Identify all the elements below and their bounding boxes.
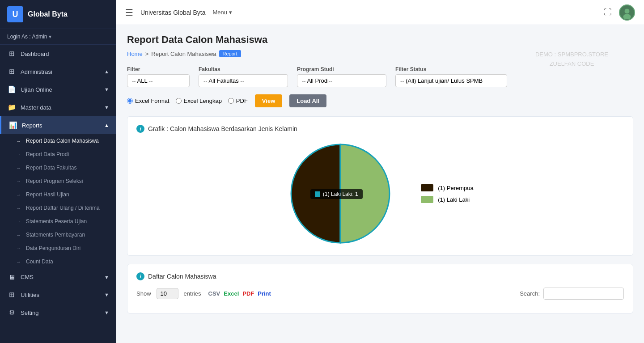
legend-item-laki-laki: (1) Laki Laki [421,196,473,203]
filter-label: Filter [127,66,190,72]
sidebar-navigation: ⊞ Dashboard ⊞ Administrasi ▲ 📄 Ujian Onl… [0,45,116,343]
sidebar-item-label: Reports [22,122,42,129]
sidebar-logo: U Global Byta [0,0,116,29]
radio-group: Excel Format Excel Lengkap PDF [127,97,248,104]
pie-tooltip: (1) Laki Laki: 1 [310,189,363,199]
breadcrumb: Home > Report Calon Mahasiswa Report [127,50,633,57]
sidebar-item-label: Dashboard [21,51,49,57]
entries-select[interactable]: 10 [157,288,178,299]
status-label: Filter Status [395,66,507,72]
arrow-icon: → [16,139,21,144]
arrow-icon: → [16,152,21,157]
filter-select-all[interactable]: -- ALL -- [127,74,190,87]
sidebar-subitem-count-data[interactable]: → Count Data [0,255,116,268]
filter-group-fakultas: Fakultas -- All Fakultas -- [199,66,288,87]
topbar: ☰ Universitas Global Byta Menu ▾ ⛶ [116,0,644,25]
sidebar-subitem-statements-peserta[interactable]: → Statements Peserta Ujian [0,215,116,228]
ujian-icon: 📄 [7,85,16,93]
chart-header: i Grafik : Calon Mahasiswa Berdasarkan J… [136,125,624,133]
arrow-icon: → [16,259,21,264]
hamburger-icon[interactable]: ☰ [125,7,133,18]
table-card: i Daftar Calon Mahasiswa Show 10 entries… [127,264,633,313]
sidebar-subitem-report-hasil[interactable]: → Report Hasil Ujian [0,188,116,201]
tooltip-color-box [315,191,320,197]
arrow-icon: → [16,233,21,237]
sidebar-item-ujian-online[interactable]: 📄 Ujian Online ▼ [0,80,116,98]
sidebar-subitem-statements-pembayaran[interactable]: → Statements Pembayaran [0,228,116,241]
radio-input-pdf[interactable] [228,98,234,104]
chevron-down-icon: ▼ [104,310,109,315]
radio-input-excel-format[interactable] [127,98,133,104]
breadcrumb-page: Report Calon Mahasiswa [151,51,216,57]
export-csv-button[interactable]: CSV [208,290,220,297]
avatar-image [621,6,633,19]
sidebar-subitem-report-daftar[interactable]: → Report Daftar Ulang / Di terima [0,201,116,215]
info-icon: i [136,125,144,133]
sidebar-item-administrasi[interactable]: ⊞ Administrasi ▲ [0,63,116,80]
sidebar-subitem-data-pengunduran[interactable]: → Data Pengunduran Diri [0,241,116,255]
search-input[interactable] [543,288,624,300]
view-button[interactable]: View [255,94,282,107]
chevron-down-icon: ▼ [104,292,109,297]
radio-excel-format[interactable]: Excel Format [127,97,169,104]
prodi-label: Program Studi [297,66,386,72]
avatar[interactable] [619,4,635,21]
chevron-up-icon: ▲ [104,123,109,128]
breadcrumb-home[interactable]: Home [127,51,143,57]
page-title: Report Data Calon Mahasiswa [127,34,633,46]
arrow-icon: → [16,192,21,197]
content-area: DEMO : SPMBPRO.STORE ZUELFAN CODE Report… [116,25,644,343]
show-label: Show [136,290,151,297]
export-buttons: CSV Excel PDF Print [208,290,271,297]
action-row: Excel Format Excel Lengkap PDF View Load… [127,94,633,107]
radio-excel-lengkap[interactable]: Excel Lengkap [176,97,222,104]
radio-input-excel-lengkap[interactable] [176,98,182,104]
chart-legend: (1) Perempua (1) Laki Laki [421,184,473,203]
filter-select-prodi[interactable]: -- All Prodi-- [297,74,386,87]
svg-point-1 [625,8,630,13]
login-as: Login As : Admin ▾ [0,29,116,45]
load-all-button[interactable]: Load All [289,94,326,107]
sidebar-subitem-report-calon[interactable]: → Report Data Calon Mahasiswa [0,134,116,148]
table-header: i Daftar Calon Mahasiswa [136,272,624,280]
sidebar-subitem-report-prodi[interactable]: → Report Data Prodi [0,148,116,161]
export-print-button[interactable]: Print [258,290,271,297]
arrow-icon: → [16,179,21,184]
setting-icon: ⚙ [7,309,16,317]
search-label: Search: [520,290,540,297]
sidebar-item-setting[interactable]: ⚙ Setting ▼ [0,304,116,322]
legend-color-laki [421,196,433,203]
sidebar-subitem-report-fakultas[interactable]: → Report Data Fakultas [0,161,116,174]
sidebar-item-label: Setting [21,309,38,316]
filter-group-all: Filter -- ALL -- [127,66,190,87]
sidebar-subitem-report-program[interactable]: → Report Program Seleksi [0,174,116,188]
entries-label: entries [184,290,201,297]
logo-box: U [7,6,23,22]
fullscreen-button[interactable]: ⛶ [604,8,612,17]
sidebar-item-label: Ujian Online [21,86,52,93]
arrow-icon: → [16,206,21,211]
filter-group-status: Filter Status -- (All) Lanjut ujian/ Lul… [395,66,507,87]
topbar-menu-button[interactable]: Menu ▾ [213,9,233,16]
export-excel-button[interactable]: Excel [224,290,239,297]
legend-color-perempuan [421,184,433,191]
export-pdf-button[interactable]: PDF [242,290,254,297]
filter-select-status[interactable]: -- (All) Lanjut ujian/ Lulus SPMB [395,74,507,87]
filter-select-fakultas[interactable]: -- All Fakultas -- [199,74,288,87]
sidebar-item-label: Administrasi [21,68,52,75]
arrow-icon: → [16,165,21,170]
sidebar-item-label: Master data [21,104,51,111]
pie-chart: (1) Laki Laki: 1 [287,140,394,247]
sidebar-item-utilities[interactable]: ⊞ Utilities ▼ [0,286,116,304]
administrasi-icon: ⊞ [7,68,16,76]
sidebar-item-master-data[interactable]: 📁 Master data ▼ [0,98,116,116]
chevron-down-icon: ▼ [104,87,109,92]
radio-pdf[interactable]: PDF [228,97,248,104]
search-row: Search: [520,288,624,300]
chevron-down-icon: ▲ [104,69,109,74]
sidebar-item-cms[interactable]: 🖥 CMS ▼ [0,268,116,286]
logo-text: Global Byta [28,10,68,18]
sidebar-item-reports[interactable]: 📊 Reports ▲ [0,116,116,134]
chart-area: (1) Laki Laki: 1 (1) Perempua (1) Laki L… [136,140,624,247]
sidebar-item-dashboard[interactable]: ⊞ Dashboard [0,45,116,63]
